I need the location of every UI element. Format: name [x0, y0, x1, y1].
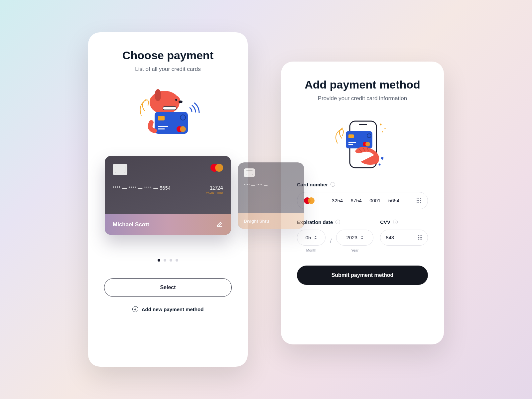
- info-icon[interactable]: i: [331, 182, 335, 187]
- svg-rect-9: [158, 126, 168, 127]
- dot-1[interactable]: [158, 259, 160, 262]
- year-value: 2023: [346, 235, 357, 240]
- svg-point-1: [166, 95, 180, 107]
- svg-rect-19: [348, 144, 353, 145]
- card-expiry: 12/24: [206, 185, 223, 191]
- cvv-value: 843: [386, 235, 394, 240]
- month-stepper[interactable]: 05: [297, 230, 326, 246]
- svg-rect-16: [348, 134, 354, 138]
- svg-point-21: [365, 142, 370, 146]
- dot-3[interactable]: [170, 259, 172, 262]
- carousel-dots: [104, 259, 232, 262]
- keypad-icon[interactable]: [418, 235, 422, 240]
- info-icon[interactable]: i: [393, 220, 398, 224]
- edit-icon[interactable]: [216, 221, 223, 229]
- submit-button[interactable]: Submit payment method: [297, 266, 428, 285]
- card-carousel[interactable]: **** — **** — **** — 5654 12/24 VALID TH…: [88, 152, 248, 246]
- card-holder-name: Michael Scott: [113, 221, 149, 228]
- svg-rect-10: [158, 128, 165, 129]
- svg-point-2: [175, 99, 177, 101]
- svg-point-3: [179, 100, 183, 103]
- credit-card-secondary[interactable]: **** — **** — Dwight Shru: [238, 162, 304, 229]
- add-payment-panel: Add payment method Provide your credit c…: [281, 62, 444, 344]
- cvv-input[interactable]: 843: [380, 230, 428, 246]
- month-value: 05: [306, 235, 311, 240]
- choose-payment-subtitle: List of all your credit cards: [104, 66, 232, 73]
- chip-icon: [113, 164, 127, 175]
- svg-point-12: [180, 126, 186, 132]
- month-sublabel: Month: [297, 248, 326, 252]
- cvv-label: CVV: [380, 219, 390, 225]
- plus-circle-icon: +: [132, 306, 138, 312]
- card-number-value: 3254 — 6754 — 0001 — 5654: [319, 198, 412, 203]
- dot-4[interactable]: [176, 259, 178, 262]
- phone-card-illustration: [297, 112, 428, 172]
- date-separator: /: [330, 238, 332, 244]
- dog-card-illustration: [104, 83, 232, 142]
- svg-point-4: [155, 89, 161, 101]
- credit-card-primary[interactable]: **** — **** — **** — 5654 12/24 VALID TH…: [105, 156, 231, 235]
- svg-rect-18: [348, 142, 356, 143]
- select-button[interactable]: Select: [104, 278, 232, 297]
- add-payment-subtitle: Provide your credit card information: [297, 95, 428, 102]
- svg-rect-5: [163, 106, 176, 110]
- stepper-arrows-icon: [314, 236, 317, 239]
- keypad-icon[interactable]: [417, 198, 421, 203]
- card-number-masked: **** — **** — **** — 5654: [113, 185, 171, 191]
- mastercard-icon: [304, 197, 315, 204]
- chip-icon: [244, 168, 255, 177]
- svg-rect-14: [359, 124, 367, 125]
- stepper-arrows-icon: [361, 236, 363, 239]
- add-payment-title: Add payment method: [297, 78, 428, 91]
- choose-payment-panel: Choose payment List of all your credit c…: [88, 32, 248, 367]
- dot-2[interactable]: [164, 259, 166, 262]
- year-stepper[interactable]: 2023: [336, 230, 373, 246]
- card-expiry-label: VALID THRU: [206, 192, 223, 194]
- info-icon[interactable]: i: [335, 220, 340, 224]
- add-payment-link[interactable]: + Add new payment method: [104, 306, 232, 312]
- card-number-input[interactable]: 3254 — 6754 — 0001 — 5654: [297, 192, 428, 209]
- choose-payment-title: Choose payment: [104, 49, 232, 62]
- card-holder-name-2: Dwight Shru: [244, 219, 269, 224]
- svg-rect-7: [158, 116, 165, 120]
- year-sublabel: Year: [336, 248, 373, 252]
- mastercard-icon: [210, 164, 223, 172]
- add-payment-label: Add new payment method: [142, 306, 204, 312]
